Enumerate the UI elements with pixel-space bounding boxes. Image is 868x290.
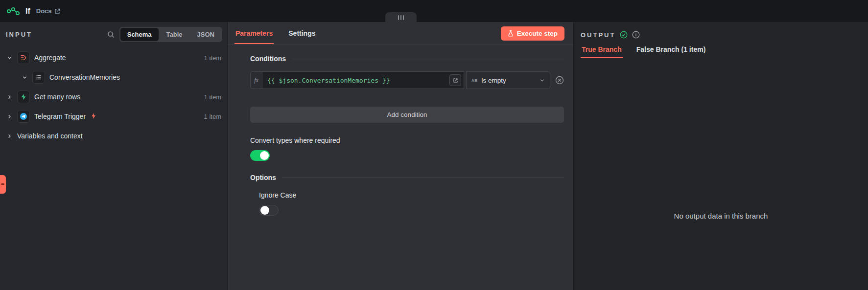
chevron-right-icon[interactable] [6, 114, 13, 119]
n8n-logo-icon[interactable] [7, 7, 20, 16]
docs-link[interactable]: Docs [36, 7, 60, 15]
output-panel-title: OUTPUT [581, 31, 615, 39]
string-type-icon: AB [471, 78, 478, 83]
convert-types-label: Convert types where required [250, 136, 564, 144]
tree-item-telegram-trigger[interactable]: Telegram Trigger 1 item [0, 107, 227, 126]
empty-output-message: No output data in this branch [674, 212, 768, 220]
ignore-case-label: Ignore Case [259, 191, 564, 199]
execute-step-label: Execute step [517, 30, 558, 37]
operator-select[interactable]: AB is empty [466, 71, 550, 89]
tree-item-label: Aggregate [34, 54, 66, 62]
chevron-down-icon[interactable] [21, 75, 28, 80]
trigger-bolt-icon [91, 113, 96, 120]
item-count: 1 item [204, 93, 221, 101]
node-settings-header: Parameters Settings Execute step [228, 22, 573, 45]
drag-bar [400, 15, 401, 20]
success-check-icon [620, 31, 628, 39]
toggle-knob [260, 151, 269, 160]
item-count: 1 item [204, 113, 221, 120]
expression-value[interactable]: {{ $json.ConversationMemories }} [267, 77, 446, 84]
open-expression-editor-button[interactable] [449, 74, 461, 86]
tree-item-conversationmemories[interactable]: ConversationMemories [0, 67, 227, 87]
info-icon[interactable] [632, 31, 640, 39]
drag-bar [398, 15, 399, 20]
condition-row: fx {{ $json.ConversationMemories }} AB i… [250, 71, 564, 89]
tab-true-branch[interactable]: True Branch [581, 40, 623, 58]
output-panel: OUTPUT True Branch False Branch (1 item)… [574, 22, 868, 290]
item-count: 1 item [204, 54, 221, 62]
convert-types-block: Convert types where required [250, 136, 564, 161]
operator-value: is empty [482, 77, 536, 84]
input-view-switcher: Schema Table JSON [119, 27, 222, 42]
output-empty-state: No output data in this branch [574, 58, 868, 290]
tree-item-label: ConversationMemories [49, 73, 120, 81]
circle-x-icon [555, 76, 564, 85]
tree-item-aggregate[interactable]: Aggregate 1 item [0, 48, 227, 67]
tree-item-get-many-rows[interactable]: Get many rows 1 item [0, 87, 227, 107]
tree-item-label: Variables and context [17, 132, 83, 140]
left-edge-tab[interactable] [0, 175, 6, 194]
tab-table[interactable]: Table [160, 28, 189, 41]
expand-icon [453, 78, 458, 83]
options-title: Options [250, 174, 276, 181]
input-panel-header: INPUT Schema Table JSON [0, 22, 227, 46]
node-parameters-body: Conditions fx {{ $json.ConversationMemor… [228, 45, 573, 290]
branch-tabs: True Branch False Branch (1 item) [574, 40, 868, 58]
list-field-icon [32, 71, 45, 84]
conditions-section-head: Conditions [250, 55, 564, 63]
tab-false-branch[interactable]: False Branch (1 item) [635, 40, 707, 58]
external-link-icon [54, 8, 60, 14]
node-title: If [25, 7, 30, 16]
expression-input[interactable]: {{ $json.ConversationMemories }} [262, 71, 464, 89]
divider [292, 59, 564, 59]
toggle-knob [260, 206, 269, 215]
chevron-right-icon[interactable] [6, 94, 13, 100]
aggregate-node-icon [17, 51, 30, 64]
convert-types-toggle[interactable] [250, 150, 270, 161]
execute-step-button[interactable]: Execute step [501, 26, 564, 41]
input-panel: INPUT Schema Table JSON [0, 22, 228, 290]
tab-json[interactable]: JSON [190, 28, 221, 41]
panel-drag-handle[interactable] [385, 12, 417, 22]
add-condition-button[interactable]: Add condition [250, 107, 564, 123]
database-bolt-icon [17, 90, 30, 103]
flask-icon [508, 30, 514, 37]
main-area: INPUT Schema Table JSON [0, 22, 868, 290]
chevron-right-icon[interactable] [6, 134, 13, 139]
tab-settings[interactable]: Settings [287, 22, 316, 44]
tab-schema[interactable]: Schema [120, 28, 159, 41]
conditions-title: Conditions [250, 55, 286, 63]
docs-label: Docs [36, 7, 52, 15]
chevron-down-icon[interactable] [6, 55, 13, 61]
tree-item-variables-and-context[interactable]: Variables and context [0, 126, 227, 146]
chevron-down-icon [540, 78, 545, 83]
tab-parameters[interactable]: Parameters [235, 22, 274, 44]
tree-item-label: Telegram Trigger [34, 112, 86, 120]
drag-bar [403, 15, 404, 20]
divider [282, 178, 564, 178]
options-section-head: Options [250, 174, 564, 181]
node-settings-panel: Parameters Settings Execute step Conditi… [228, 22, 574, 290]
input-panel-title: INPUT [6, 31, 32, 38]
search-icon[interactable] [107, 31, 115, 38]
topbar: If Docs [0, 0, 868, 22]
expression-fx-badge[interactable]: fx [250, 71, 262, 89]
ignore-case-block: Ignore Case [250, 191, 564, 216]
options-section: Options Ignore Case [250, 174, 564, 216]
ignore-case-toggle[interactable] [259, 205, 279, 216]
input-schema-tree: Aggregate 1 item ConversationMemories [0, 46, 227, 146]
tree-item-label: Get many rows [34, 93, 80, 101]
remove-condition-button[interactable] [555, 76, 564, 85]
output-panel-header: OUTPUT [574, 22, 868, 40]
telegram-icon [17, 110, 30, 123]
